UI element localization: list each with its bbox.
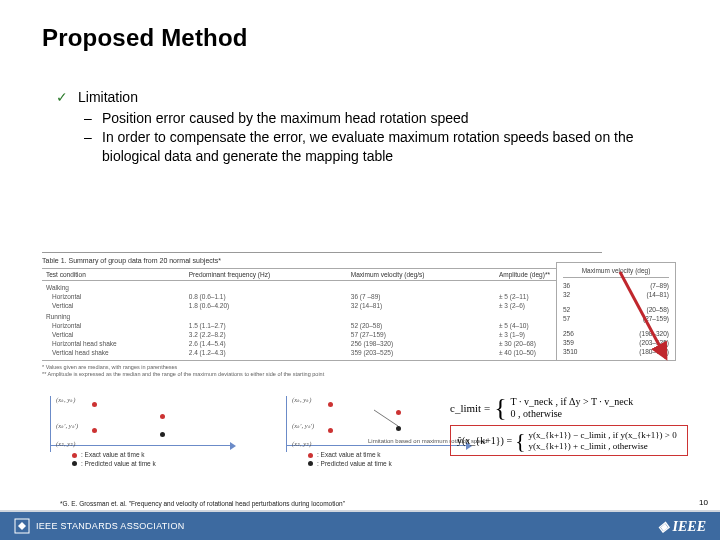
table-cell: 359 (203–525) <box>347 348 495 357</box>
plot-point-red <box>328 428 333 433</box>
table-cell: Vertical <box>42 330 185 339</box>
x-axis-icon <box>286 445 468 446</box>
table-note-1: ** Amplitude is expressed as the median … <box>42 371 602 378</box>
th-2: Maximum velocity (deg/s) <box>347 269 495 281</box>
equation-climit: c_limit = { T · v_neck , if Δy > T · v_n… <box>450 396 700 419</box>
black-dot-icon <box>72 461 77 466</box>
ieee-logo: ◈ IEEE <box>658 518 706 535</box>
plot-legend: : Exact value at time k : Predicted valu… <box>308 451 392 468</box>
data-table: Table 1. Summary of group data from 20 n… <box>42 252 602 378</box>
table-cell: 36 (7 –89) <box>347 292 495 301</box>
plot-point-red <box>160 414 165 419</box>
table-cell: 1.8 (0.6–4.20) <box>185 301 347 310</box>
plot-point-red <box>92 428 97 433</box>
red-dot-icon <box>308 453 313 458</box>
footer-left-text: IEEE STANDARDS ASSOCIATION <box>36 521 185 531</box>
brace-icon: { <box>515 431 526 451</box>
plot-point-black <box>160 432 165 437</box>
plot-label: (xₖ, yₖ) <box>292 396 311 404</box>
table-cell: 32 (14–81) <box>347 301 495 310</box>
equations: c_limit = { T · v_neck , if Δy > T · v_n… <box>450 396 700 456</box>
th-0: Test condition <box>42 269 185 281</box>
footer-bar: IEEE STANDARDS ASSOCIATION ◈ IEEE <box>0 512 720 540</box>
black-dot-icon <box>308 461 313 466</box>
dash-icon: – <box>84 128 94 166</box>
brace-icon: { <box>494 396 506 419</box>
table-caption: Table 1. Summary of group data from 20 n… <box>42 257 602 268</box>
reference-citation: *G. E. Grossman et. al. "Frequency and v… <box>60 500 390 507</box>
red-arrow-icon <box>608 264 688 374</box>
x-axis-icon <box>50 445 232 446</box>
plot-left: (xₖ, yₖ) (xₖ′, yₖ′) (x₂, y₂) : Exact val… <box>42 396 232 474</box>
slide-title: Proposed Method <box>0 0 720 52</box>
table-cell: 3.2 (2.2–8.2) <box>185 330 347 339</box>
table-cell: 1.5 (1.1–2.7) <box>185 321 347 330</box>
table-cell: 0.8 (0.6–1.1) <box>185 292 347 301</box>
svg-line-1 <box>374 410 398 426</box>
table-cell: Vertical <box>42 301 185 310</box>
sub-bullet-0: Position error caused by the maximum hea… <box>102 109 469 128</box>
table-cell: 256 (198–320) <box>347 339 495 348</box>
y-axis-icon <box>286 396 287 452</box>
y-axis-icon <box>50 396 51 452</box>
sub-bullet-1: In order to compensate the error, we eva… <box>102 128 678 166</box>
table-cell: Vertical head shake <box>42 348 185 357</box>
table-cell: Horizontal <box>42 292 185 301</box>
table-group-head: Walking <box>42 281 602 293</box>
dash-icon: – <box>84 109 94 128</box>
th-1: Predominant frequency (Hz) <box>185 269 347 281</box>
plot-label: (xₖ, yₖ) <box>56 396 75 404</box>
svg-line-0 <box>620 272 666 358</box>
table-cell: 57 (27–159) <box>347 330 495 339</box>
plot-label: (x₂, y₂) <box>56 440 75 448</box>
table-cell: Horizontal head shake <box>42 339 185 348</box>
table-cell: 52 (20–58) <box>347 321 495 330</box>
red-dot-icon <box>72 453 77 458</box>
plot-label: (xₖ′, yₖ′) <box>292 422 314 430</box>
page-number: 10 <box>699 498 708 507</box>
ieee-sa-logo-icon <box>14 518 30 534</box>
plot-label: (xₖ′, yₖ′) <box>56 422 78 430</box>
plot-point-red <box>92 402 97 407</box>
table-cell: 2.4 (1.2–4.3) <box>185 348 347 357</box>
plot-point-red <box>328 402 333 407</box>
check-icon: ✓ <box>56 88 68 107</box>
equation-yhat: ŷ(x_{k+1}) = { y(x_{k+1}) − c_limit , if… <box>450 425 688 456</box>
bullet-block: ✓ Limitation – Position error caused by … <box>0 52 720 166</box>
table-cell: 2.6 (1.4–5.4) <box>185 339 347 348</box>
table-note-0: * Values given are medians, with ranges … <box>42 364 602 371</box>
table-cell: Horizontal <box>42 321 185 330</box>
plot-legend: : Exact value at time k : Predicted valu… <box>72 451 156 468</box>
bullet-main: Limitation <box>78 88 138 107</box>
table-group-head: Running <box>42 310 602 321</box>
plot-right: (xₖ, yₖ) (xₖ′, yₖ′) (x₂, y₂) Limitation … <box>278 396 468 474</box>
pointer-line-icon <box>370 408 400 428</box>
plot-label: (x₂, y₂) <box>292 440 311 448</box>
